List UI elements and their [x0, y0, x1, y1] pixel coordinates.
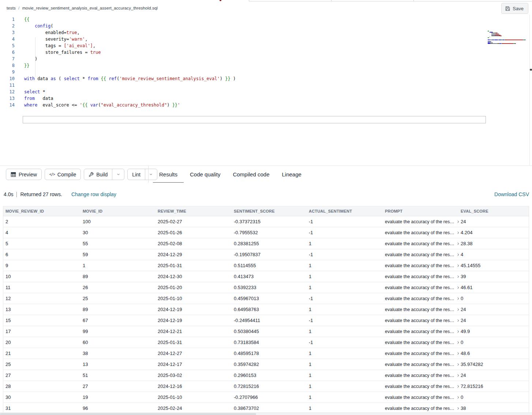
prompt-cell[interactable]: evaluate the accuracy of the res…: [385, 384, 461, 389]
horizontal-scrollbar-thumb[interactable]: [0, 413, 256, 415]
code-editor[interactable]: 1{{2 config(3 enabled=true,4 severity='w…: [0, 15, 532, 165]
editor-scrollbar-thumb[interactable]: [530, 69, 532, 71]
expand-cell-icon[interactable]: [456, 286, 460, 289]
expand-cell-icon[interactable]: [456, 407, 460, 410]
column-header-movie_id: MOVIE_ID: [83, 209, 158, 213]
table-cell: 0.72815216: [234, 384, 309, 389]
table-cell: 27: [5, 373, 83, 378]
prompt-cell[interactable]: evaluate the accuracy of the res…: [385, 395, 461, 400]
prompt-cell[interactable]: evaluate the accuracy of the res…: [385, 230, 461, 235]
table-cell: 59: [83, 252, 158, 257]
preview-button-label: Preview: [19, 172, 37, 177]
prompt-truncated-text: evaluate the accuracy of the res…: [385, 395, 454, 400]
expand-cell-icon[interactable]: [456, 264, 460, 268]
table-cell: 1: [309, 274, 385, 279]
table-cell: 15: [5, 318, 83, 323]
table-cell: 1: [309, 329, 385, 334]
table-cell: 2: [5, 219, 83, 224]
line-number: 12: [0, 89, 15, 95]
code-line: 8}}: [0, 62, 236, 69]
expand-cell-icon[interactable]: [456, 374, 460, 377]
expand-cell-icon[interactable]: [456, 363, 460, 366]
table-cell: 0.35974282: [234, 362, 309, 367]
table-cell: -0.7955532: [234, 230, 309, 235]
table-cell: 4.204: [461, 230, 529, 235]
prompt-cell[interactable]: evaluate the accuracy of the res…: [385, 263, 461, 268]
prompt-cell[interactable]: evaluate the accuracy of the res…: [385, 219, 461, 224]
tab-lineage[interactable]: Lineage: [276, 166, 307, 183]
expand-cell-icon[interactable]: [456, 330, 460, 333]
prompt-cell[interactable]: evaluate the accuracy of the res…: [385, 296, 461, 301]
tab-code-quality[interactable]: Code quality: [184, 166, 226, 183]
expand-cell-icon[interactable]: [456, 352, 460, 355]
table-cell: -1: [309, 252, 385, 257]
table-row: 12252025-01-100.45967013-1evaluate the a…: [3, 293, 529, 304]
table-cell: 0: [461, 296, 529, 301]
expand-cell-icon[interactable]: [456, 319, 460, 322]
prompt-cell[interactable]: evaluate the accuracy of the res…: [385, 318, 461, 323]
build-dropdown-toggle[interactable]: [112, 169, 124, 180]
prompt-cell[interactable]: evaluate the accuracy of the res…: [385, 373, 461, 378]
table-cell: 24: [461, 373, 529, 378]
prompt-cell[interactable]: evaluate the accuracy of the res…: [385, 351, 461, 356]
table-cell: 1: [309, 241, 385, 246]
prompt-cell[interactable]: evaluate the accuracy of the res…: [385, 340, 461, 345]
expand-cell-icon[interactable]: [456, 220, 460, 224]
expand-cell-icon[interactable]: [456, 385, 460, 388]
table-cell: 2025-01-31: [158, 340, 234, 345]
table-cell: 0.73183584: [234, 340, 309, 345]
table-cell: 1: [83, 263, 158, 268]
download-csv-link[interactable]: Download CSV: [494, 191, 529, 197]
prompt-truncated-text: evaluate the accuracy of the res…: [385, 296, 454, 301]
column-header-prompt: PROMPT: [385, 209, 461, 213]
horizontal-scrollbar[interactable]: [0, 412, 532, 415]
expand-cell-icon[interactable]: [456, 231, 460, 235]
build-button[interactable]: Build: [84, 169, 112, 180]
table-cell: 0: [461, 395, 529, 400]
table-row: 28272024-12-160.728152161evaluate the ac…: [3, 381, 529, 392]
line-number: 13: [0, 95, 15, 102]
results-table[interactable]: MOVIE_REVIEW_IDMOVIE_IDREVIEW_TIMESENTIM…: [3, 206, 529, 412]
change-row-display-link[interactable]: Change row display: [71, 191, 116, 197]
toolbar-tabs-divider: [148, 166, 149, 183]
lint-button[interactable]: Lint: [128, 169, 145, 180]
prompt-cell[interactable]: evaluate the accuracy of the res…: [385, 329, 461, 334]
preview-button[interactable]: Preview: [6, 169, 42, 180]
save-button[interactable]: Save: [501, 3, 528, 14]
table-cell: 2024-12-17: [158, 362, 234, 367]
tab-results[interactable]: Results: [153, 166, 184, 183]
expand-cell-icon[interactable]: [456, 297, 460, 300]
code-line: 13from data: [0, 95, 236, 102]
table-cell: 30: [5, 395, 83, 400]
table-cell: 2025-01-20: [158, 285, 234, 290]
expand-cell-icon[interactable]: [456, 341, 460, 344]
prompt-truncated-text: evaluate the accuracy of the res…: [385, 329, 454, 334]
expand-cell-icon[interactable]: [456, 253, 460, 257]
table-cell: 31: [5, 405, 83, 411]
column-header-actual_sentiment: ACTUAL_SENTIMENT: [309, 209, 385, 213]
prompt-cell[interactable]: evaluate the accuracy of the res…: [385, 285, 461, 290]
prompt-cell[interactable]: evaluate the accuracy of the res…: [385, 274, 461, 279]
query-status-row: 4.0s Returned 27 rows. Change row displa…: [0, 183, 532, 206]
tab-compiled-code[interactable]: Compiled code: [226, 166, 276, 183]
prompt-cell[interactable]: evaluate the accuracy of the res…: [385, 307, 461, 312]
prompt-cell[interactable]: evaluate the accuracy of the res…: [385, 252, 461, 257]
table-cell: 72.815216: [461, 384, 529, 389]
table-cell: 1: [309, 351, 385, 356]
prompt-cell[interactable]: evaluate the accuracy of the res…: [385, 362, 461, 367]
table-cell: 38: [461, 405, 529, 411]
expand-cell-icon[interactable]: [456, 275, 460, 278]
minimap[interactable]: [488, 31, 529, 44]
line-number: 14: [0, 102, 15, 108]
expand-cell-icon[interactable]: [456, 396, 460, 399]
table-cell: 19: [83, 395, 158, 400]
table-cell: 0.28381255: [234, 241, 309, 246]
prompt-truncated-text: evaluate the accuracy of the res…: [385, 307, 454, 312]
code-line: 4 severity='warn',: [0, 36, 236, 42]
expand-cell-icon[interactable]: [456, 308, 460, 311]
expand-cell-icon[interactable]: [456, 242, 460, 246]
compile-button[interactable]: </> Compile: [45, 169, 81, 180]
table-cell: 51: [83, 373, 158, 378]
prompt-cell[interactable]: evaluate the accuracy of the res…: [385, 406, 461, 411]
prompt-cell[interactable]: evaluate the accuracy of the res…: [385, 241, 461, 246]
